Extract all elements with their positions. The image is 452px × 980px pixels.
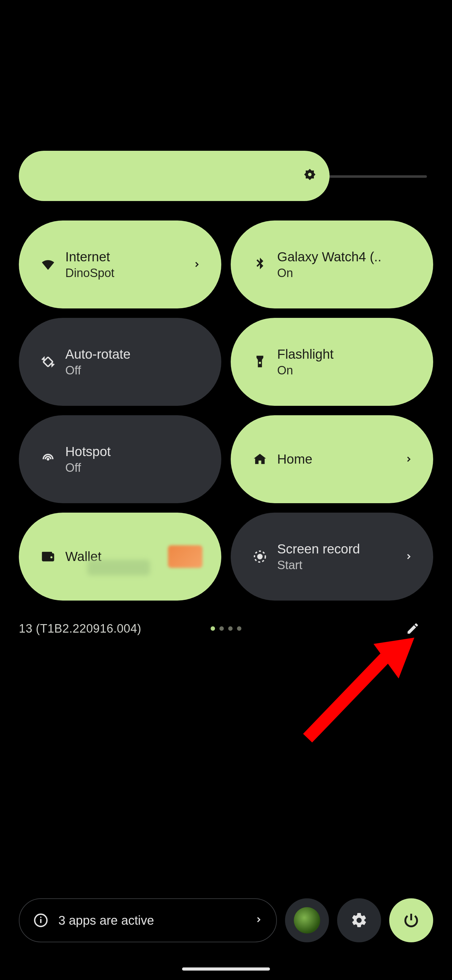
tile-screenrecord[interactable]: Screen record Start <box>231 512 433 601</box>
page-indicator <box>211 626 241 631</box>
svg-point-8 <box>257 554 262 559</box>
user-avatar-button[interactable] <box>285 898 329 942</box>
power-button[interactable] <box>389 898 433 942</box>
svg-point-3 <box>47 458 49 461</box>
home-icon <box>246 451 274 468</box>
svg-rect-1 <box>43 357 53 367</box>
brightness-icon <box>301 167 318 185</box>
tile-title: Galaxy Watch4 (.. <box>277 250 418 264</box>
tile-hotspot[interactable]: Hotspot Off <box>19 415 221 503</box>
tile-home[interactable]: Home <box>231 415 433 503</box>
annotation-arrow <box>289 638 414 751</box>
svg-marker-11 <box>374 638 414 678</box>
brightness-fill[interactable] <box>19 151 330 201</box>
tile-flashlight[interactable]: Flashlight On <box>231 318 433 406</box>
tile-subtitle: Off <box>65 461 206 475</box>
power-icon <box>403 912 420 929</box>
autorotate-icon <box>34 354 62 370</box>
tile-internet[interactable]: Internet DinoSpot <box>19 221 221 309</box>
pencil-icon <box>406 622 420 635</box>
gesture-navigation-bar[interactable] <box>182 967 270 970</box>
svg-point-0 <box>308 172 312 177</box>
tile-bluetooth[interactable]: Galaxy Watch4 (.. On <box>231 221 433 309</box>
bluetooth-icon <box>246 256 274 273</box>
chevron-right-icon[interactable] <box>399 552 418 561</box>
svg-point-6 <box>51 556 53 558</box>
chevron-right-icon <box>254 915 263 925</box>
tile-title: Screen record <box>277 541 399 557</box>
svg-line-10 <box>308 653 389 738</box>
brightness-slider[interactable] <box>19 151 433 201</box>
svg-point-14 <box>40 916 41 918</box>
chevron-right-icon[interactable] <box>187 260 206 269</box>
tile-autorotate[interactable]: Auto-rotate Off <box>19 318 221 406</box>
flashlight-icon <box>246 354 274 370</box>
tile-subtitle: On <box>277 364 418 377</box>
active-apps-button[interactable]: 3 apps are active <box>19 898 277 942</box>
svg-rect-5 <box>42 552 52 555</box>
info-icon <box>33 912 49 929</box>
gear-icon <box>350 912 368 929</box>
wallet-card-thumbnail <box>168 545 203 568</box>
tile-subtitle: DinoSpot <box>65 266 187 280</box>
active-apps-label: 3 apps are active <box>59 913 254 928</box>
wallet-icon <box>34 549 62 565</box>
tile-title: Home <box>277 452 399 467</box>
tile-title: Flashlight <box>277 347 418 362</box>
wallet-redacted-text <box>87 560 150 576</box>
chevron-right-icon[interactable] <box>399 455 418 464</box>
screenrecord-icon <box>246 549 274 565</box>
hotspot-icon <box>34 451 62 468</box>
tile-subtitle: On <box>277 266 418 280</box>
tile-subtitle: Start <box>277 558 399 572</box>
tile-title: Hotspot <box>65 444 206 459</box>
avatar-image <box>294 907 320 934</box>
settings-button[interactable] <box>337 898 381 942</box>
build-version-text: 13 (T1B2.220916.004) <box>19 622 141 635</box>
wifi-icon <box>34 256 62 273</box>
svg-rect-2 <box>259 362 261 364</box>
edit-tiles-button[interactable] <box>402 617 424 640</box>
tile-wallet[interactable]: Wallet <box>19 512 221 601</box>
tile-title: Auto-rotate <box>65 347 206 362</box>
tile-title: Internet <box>65 250 187 264</box>
tile-subtitle: Off <box>65 364 206 377</box>
